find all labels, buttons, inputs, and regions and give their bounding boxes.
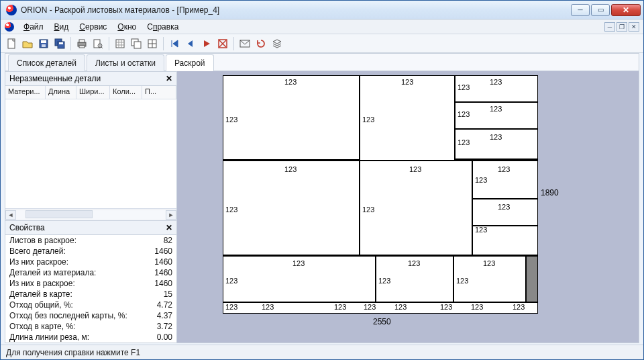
close-button[interactable]: ✕ [611, 4, 641, 16]
mdi-close-button[interactable]: ✕ [629, 22, 639, 32]
cutting-canvas[interactable]: 123 123 123 123 123 123 123 123 123 123 … [177, 71, 639, 343]
open-icon[interactable] [21, 37, 34, 50]
prev-icon[interactable] [184, 37, 197, 50]
part-label: 123 [498, 203, 510, 211]
part-label: 123 [225, 277, 237, 285]
tab-cutting[interactable]: Раскрой [166, 54, 214, 71]
layers-icon[interactable] [270, 37, 284, 50]
unplaced-close-icon[interactable]: ✕ [166, 74, 172, 83]
tabs: Список деталей Листы и остатки Раскрой [5, 54, 639, 71]
save-icon[interactable] [37, 37, 50, 50]
grid-body[interactable] [5, 99, 176, 208]
prop-label: Листов в раскрое: [9, 236, 76, 245]
scale-label: 123 [513, 303, 525, 311]
waste [526, 255, 538, 302]
run-icon[interactable] [200, 37, 213, 50]
menu-service[interactable]: Сервис [74, 21, 112, 33]
client-area: Список деталей Листы и остатки Раскрой Н… [5, 53, 639, 343]
part-label: 123 [458, 83, 470, 91]
svg-rect-3 [42, 44, 46, 47]
prop-label: Отход в карте, %: [9, 322, 75, 331]
col-length[interactable]: Длина [46, 86, 76, 99]
props-grid: Листов в раскрое:82Всего деталей:1460Из … [5, 235, 176, 343]
scale-label: 123 [364, 303, 376, 311]
hscrollbar[interactable]: ◄ ► [5, 208, 176, 220]
titlebar: ORION - Раскрой листовых материалов - [П… [1, 1, 643, 19]
svg-rect-2 [41, 40, 46, 43]
tab-sheets[interactable]: Листы и остатки [87, 54, 164, 71]
content: Неразмещенные детали ✕ Матери... Длина Ш… [5, 71, 639, 343]
part-label: 123 [490, 133, 502, 141]
prop-value: 1460 [154, 246, 172, 256]
grid-icon[interactable] [146, 37, 159, 50]
part-label: 123 [490, 78, 502, 86]
mdi-minimize-button[interactable]: ─ [604, 22, 615, 32]
status-text: Для получения справки нажмите F1 [6, 348, 140, 357]
part [223, 160, 360, 255]
scale-label: 123 [262, 303, 274, 311]
unplaced-title: Неразмещенные детали [9, 74, 101, 83]
menu-help[interactable]: Справка [142, 21, 184, 33]
part-label: 123 [456, 277, 468, 285]
doc-icon [5, 22, 14, 32]
saveall-icon[interactable] [53, 37, 66, 50]
new-icon[interactable] [5, 37, 18, 50]
part-label: 123 [408, 259, 420, 267]
window: ORION - Раскрой листовых материалов - [П… [0, 0, 644, 360]
sheet2-icon[interactable] [129, 37, 143, 50]
menubar: Файл Вид Сервис Окно Справка ─ ❐ ✕ [1, 19, 643, 34]
preview-icon[interactable] [91, 37, 105, 50]
prop-row: Из них в раскрое:1460 [5, 278, 176, 289]
col-width[interactable]: Шири... [76, 86, 110, 99]
maximize-button[interactable]: ▭ [591, 4, 610, 16]
part-label: 123 [483, 259, 495, 267]
prop-label: Отход без последней карты, %: [9, 311, 127, 320]
part [223, 75, 360, 160]
scroll-right-icon[interactable]: ► [166, 210, 176, 220]
part-label: 123 [458, 138, 470, 146]
menu-window[interactable]: Окно [112, 21, 142, 33]
part-label: 123 [409, 165, 421, 173]
first-icon[interactable] [168, 37, 181, 50]
prop-label: Длина линии реза, м: [9, 332, 89, 342]
stop-icon[interactable] [216, 37, 229, 50]
part-label: 123 [284, 165, 297, 173]
col-material[interactable]: Матери... [5, 86, 46, 99]
part-label: 123 [475, 226, 487, 234]
toolbar [1, 34, 643, 53]
scale-label: 123 [225, 303, 237, 311]
menu-view[interactable]: Вид [49, 21, 74, 33]
col-p[interactable]: П... [142, 86, 176, 99]
prop-label: Деталей в карте: [9, 289, 72, 299]
prop-row: Листов в раскрое:82 [5, 235, 176, 246]
part-label: 123 [498, 165, 510, 173]
svg-rect-13 [116, 40, 124, 48]
props-close-icon[interactable]: ✕ [166, 223, 172, 232]
prop-label: Всего деталей: [9, 246, 66, 256]
scale-label: 123 [471, 303, 483, 311]
mdi-restore-button[interactable]: ❐ [616, 22, 627, 32]
prop-row: Деталей из материала:1460 [5, 267, 176, 278]
scale-label: 123 [394, 303, 407, 311]
tab-parts-list[interactable]: Список деталей [8, 54, 85, 71]
grid-header: Матери... Длина Шири... Коли... П... [5, 86, 176, 99]
menu-file[interactable]: Файл [18, 21, 49, 33]
prop-label: Из них раскрое: [9, 257, 68, 267]
refresh-icon[interactable] [254, 37, 268, 50]
part [360, 160, 472, 255]
scroll-left-icon[interactable]: ◄ [5, 210, 16, 220]
col-qty[interactable]: Коли... [110, 86, 142, 99]
minimize-button[interactable]: ─ [571, 4, 590, 16]
prop-label: Деталей из материала: [9, 268, 96, 277]
prop-label: Из них в раскрое: [9, 279, 75, 288]
print-icon[interactable] [75, 37, 89, 50]
part-label: 123 [362, 116, 374, 124]
app-icon [6, 5, 17, 15]
scroll-thumb[interactable] [25, 210, 93, 218]
prop-value: 15 [164, 289, 172, 299]
mail-icon[interactable] [238, 37, 252, 50]
svg-rect-9 [79, 46, 85, 48]
part-label: 123 [362, 206, 374, 214]
sheet-icon[interactable] [113, 37, 127, 50]
part-label: 123 [378, 277, 390, 285]
